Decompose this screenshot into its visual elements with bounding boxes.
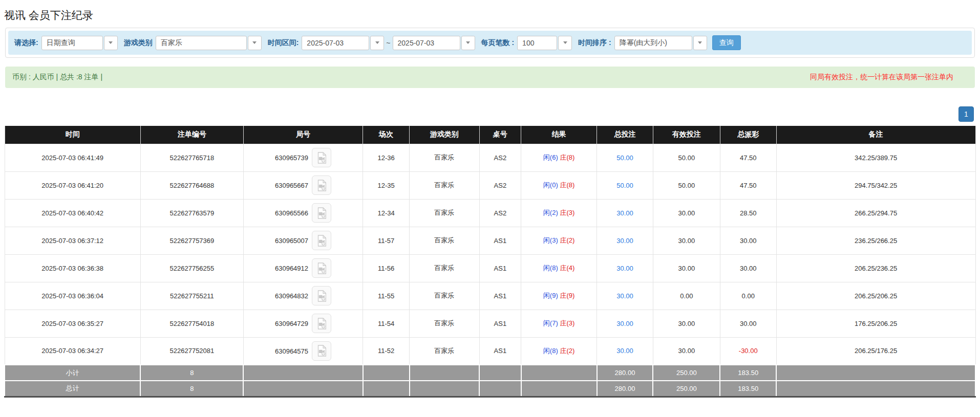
cell-time: 2025-07-03 06:36:04 [5,282,140,310]
summary-row: 小计8280.00250.00183.50 [5,365,975,381]
cell-result: 闲(3) 庄(2) [521,227,597,254]
cell-bet-id: 522627752081 [140,337,243,365]
date-from-combo: 2025-07-03 [302,36,384,50]
video-playback-button[interactable] [312,286,331,305]
result-banker: 庄(3) [560,209,574,216]
round-number: 630965739 [275,154,308,162]
summary-cell-round [243,381,363,397]
date-to-value[interactable]: 2025-07-03 [393,36,460,50]
currency-summary: 币别 : 人民币 | 总共 :8 注单 | [12,73,102,82]
cell-bet-id: 522627754018 [140,310,243,337]
video-file-icon [316,152,327,164]
per-page-value[interactable]: 100 [517,36,557,50]
cell-round: 630964832 [243,282,363,310]
total-bet-link[interactable]: 30.00 [616,320,633,327]
chevron-down-icon[interactable] [693,36,707,50]
cell-game-type: 百家乐 [410,337,480,365]
video-playback-button[interactable] [312,314,331,333]
cell-session: 11-52 [363,337,410,365]
per-page-combo: 100 [517,36,572,50]
cell-table-no: AS2 [479,144,521,171]
header-session: 场次 [363,126,410,144]
round-number: 630964575 [275,347,308,355]
summary-cell-payout: 183.50 [720,365,776,381]
game-type-value[interactable]: 百家乐 [156,36,247,50]
table-row: 2025-07-03 06:36:38522627756255630964912… [5,254,975,282]
table-footer: 小计8280.00250.00183.50总计8280.00250.00183.… [5,365,975,397]
round-number: 630965667 [275,182,308,189]
video-playback-button[interactable] [312,258,331,278]
cell-round: 630965007 [243,227,363,254]
video-file-icon [316,180,327,191]
table-header: 时间注单编号局号场次游戏类别桌号结果总投注有效投注总派彩备注 [5,126,975,144]
result-player: 闲(2) [543,209,558,216]
cell-session: 11-56 [363,254,410,282]
result-player: 闲(3) [543,236,558,244]
cell-payout: 47.50 [720,144,776,171]
cell-session: 12-35 [363,171,410,199]
cell-total-bet: 50.00 [597,171,653,199]
summary-cell-note [776,365,975,381]
summary-cell-game-type [410,381,480,397]
cell-result: 闲(8) 庄(2) [521,337,597,365]
total-bet-link[interactable]: 30.00 [616,209,633,217]
cell-round: 630965566 [243,199,363,227]
cell-table-no: AS1 [479,227,521,254]
cell-valid-bet: 30.00 [653,254,720,282]
per-page-label: 每页笔数 : [481,38,515,48]
time-sort-combo: 降幂(由大到小) [614,36,707,50]
summary-cell-game-type [410,365,480,381]
header-payout: 总派彩 [720,126,776,144]
total-bet-link[interactable]: 50.00 [616,182,633,189]
cell-time: 2025-07-03 06:36:38 [5,254,140,282]
time-sort-value[interactable]: 降幂(由大到小) [614,36,692,50]
video-playback-button[interactable] [312,175,331,195]
result-banker: 庄(9) [560,292,574,299]
total-bet-link[interactable]: 30.00 [616,265,633,272]
payout-value: 30.00 [740,265,757,272]
chevron-down-icon[interactable] [104,36,118,50]
summary-row: 总计8280.00250.00183.50 [5,381,975,397]
query-button[interactable]: 查询 [712,35,741,50]
summary-bar: 币别 : 人民币 | 总共 :8 注单 | 同局有效投注，统一计算在该局第一张注… [5,67,975,88]
cell-time: 2025-07-03 06:41:49 [5,144,140,171]
video-file-icon [316,235,327,247]
page-1-button[interactable]: 1 [958,106,974,122]
result-player: 闲(6) [543,153,558,161]
total-bet-link[interactable]: 30.00 [616,292,633,300]
video-file-icon [316,262,327,274]
filter-panel: 请选择: 日期查询 游戏类别 百家乐 时间区间: 2025-07-03 ~ 20… [5,28,975,58]
cell-valid-bet: 30.00 [653,337,720,365]
date-to-combo: 2025-07-03 [393,36,475,50]
payout-value: -30.00 [739,347,758,355]
total-bet-link[interactable]: 50.00 [616,154,633,162]
summary-cell-total-bet: 280.00 [597,365,653,381]
result-banker: 庄(4) [560,264,574,272]
cell-game-type: 百家乐 [410,199,480,227]
chevron-down-icon[interactable] [370,36,384,50]
cell-valid-bet: 0.00 [653,282,720,310]
chevron-down-icon[interactable] [461,36,475,50]
video-playback-button[interactable] [312,341,331,361]
summary-cell-result [521,381,597,397]
video-playback-button[interactable] [312,148,331,167]
chevron-down-icon[interactable] [558,36,572,50]
result-banker: 庄(8) [560,181,574,189]
cell-time: 2025-07-03 06:37:12 [5,227,140,254]
chevron-down-icon[interactable] [248,36,262,50]
cell-note: 294.75/342.25 [776,171,975,199]
payout-value: 30.00 [740,237,757,245]
query-type-value[interactable]: 日期查询 [41,36,103,50]
video-playback-button[interactable] [312,231,331,250]
video-playback-button[interactable] [312,203,331,223]
cell-bet-id: 522627756255 [140,254,243,282]
bet-records-table: 时间注单编号局号场次游戏类别桌号结果总投注有效投注总派彩备注 2025-07-0… [4,126,976,398]
page-title: 视讯 会员下注纪录 [4,8,976,23]
total-bet-link[interactable]: 30.00 [616,237,633,245]
summary-cell-bet-id: 8 [140,381,243,397]
total-bet-link[interactable]: 30.00 [616,347,633,355]
cell-valid-bet: 30.00 [653,310,720,337]
cell-total-bet: 30.00 [597,199,653,227]
date-from-value[interactable]: 2025-07-03 [302,36,369,50]
header-round: 局号 [243,126,363,144]
